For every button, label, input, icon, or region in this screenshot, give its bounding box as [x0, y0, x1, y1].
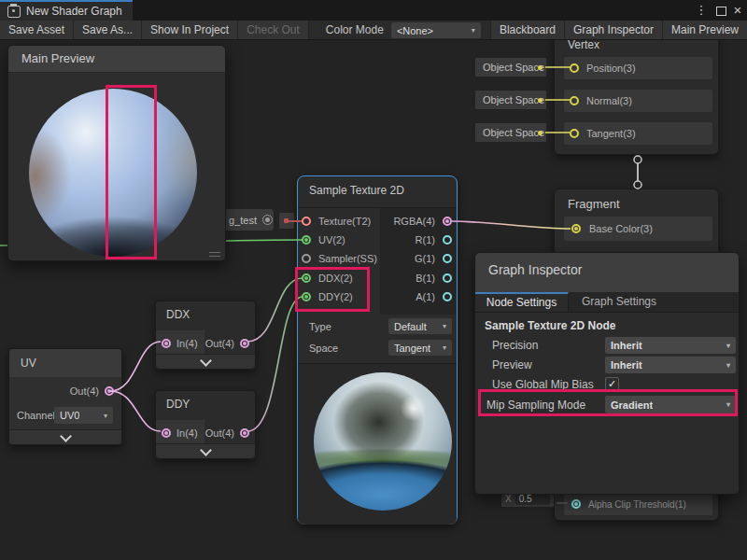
- rgba-port-icon[interactable]: [443, 217, 452, 226]
- space-dropdown[interactable]: Tangent ▾: [388, 340, 452, 356]
- ddy-port-icon[interactable]: [302, 292, 311, 301]
- mip-mode-dropdown[interactable]: Gradient ▾: [605, 396, 736, 413]
- object-space-label: Object Space: [483, 94, 544, 105]
- precision-dropdown[interactable]: Inherit ▾: [605, 337, 736, 354]
- ddy-out-port[interactable]: Out(4): [205, 420, 249, 445]
- channel-value: UV0: [60, 410, 79, 421]
- preview-dropdown[interactable]: Inherit ▾: [605, 357, 736, 373]
- preview-value: Inherit: [611, 359, 642, 371]
- uv-node[interactable]: UV Out(4) Channel UV0 ▾: [8, 348, 122, 445]
- save-asset-button[interactable]: Save Asset: [0, 21, 74, 39]
- channel-dropdown[interactable]: UV0 ▾: [54, 407, 113, 424]
- ddx-out-port[interactable]: Out(4): [205, 330, 249, 356]
- color-mode-dropdown[interactable]: <None> ▾: [391, 22, 481, 38]
- ddx-node[interactable]: DDX In(4) Out(4): [155, 301, 256, 370]
- vertex-port-normal[interactable]: Normal(3): [564, 90, 712, 112]
- normal-port-label: Normal(3): [586, 95, 632, 106]
- sample-port-rgba[interactable]: RGBA(4): [393, 216, 452, 227]
- ddx-port-icon[interactable]: [302, 273, 311, 283]
- chevron-down-icon: [200, 355, 212, 367]
- window-titlebar: New Shader Graph ⋮ ×: [0, 0, 747, 21]
- g-port-label: G(1): [415, 253, 435, 264]
- sample-port-r[interactable]: R(1): [416, 234, 452, 245]
- vertex-port-tangent[interactable]: Tangent(3): [564, 122, 712, 145]
- property-output-stub[interactable]: [278, 212, 295, 230]
- ddy-node[interactable]: DDY In(4) Out(4): [155, 390, 256, 459]
- fragment-port-alpha-clip[interactable]: Alpha Clip Threshold(1): [564, 493, 712, 515]
- in-port-icon[interactable]: [162, 339, 171, 348]
- alpha-clip-port-icon[interactable]: [571, 499, 581, 509]
- tab-node-settings[interactable]: Node Settings: [475, 292, 569, 312]
- sample-port-b[interactable]: B(1): [416, 273, 452, 284]
- sample-port-uv[interactable]: UV(2): [302, 234, 345, 245]
- type-dropdown[interactable]: Default ▾: [388, 318, 452, 334]
- space-label: Space: [309, 343, 338, 354]
- main-preview-panel[interactable]: Main Preview: [7, 45, 226, 261]
- in-port-icon[interactable]: [162, 428, 171, 438]
- inspector-heading: Sample Texture 2D Node: [485, 319, 615, 332]
- tangent-port-icon[interactable]: [570, 129, 579, 138]
- precision-value: Inherit: [611, 340, 642, 351]
- mip-mode-label: Mip Sampling Mode: [486, 399, 585, 412]
- resize-grip[interactable]: [209, 252, 220, 257]
- object-space-chip-position[interactable]: Object Space: [474, 57, 547, 77]
- object-space-chip-normal[interactable]: Object Space: [474, 90, 547, 110]
- object-space-output-icon[interactable]: [538, 98, 543, 103]
- fragment-port-base-color[interactable]: Base Color(3): [564, 217, 712, 241]
- out-port-icon[interactable]: [240, 428, 249, 438]
- exposed-property-icon: [262, 215, 273, 225]
- base-color-port-icon[interactable]: [571, 224, 581, 233]
- sample-port-sampler[interactable]: Sampler(SS): [302, 253, 377, 264]
- object-space-output-icon[interactable]: [538, 131, 543, 135]
- document-tab-title: New Shader Graph: [26, 5, 122, 18]
- sampler-port-icon[interactable]: [302, 254, 311, 263]
- ddx-collapse-button[interactable]: [156, 354, 255, 369]
- sample-texture-2d-node[interactable]: Sample Texture 2D Texture(T2) UV(2) Samp…: [297, 175, 458, 525]
- sample-port-texture[interactable]: Texture(T2): [302, 216, 371, 227]
- position-port-icon[interactable]: [570, 63, 579, 73]
- tab-graph-settings[interactable]: Graph Settings: [570, 292, 669, 312]
- r-port-icon[interactable]: [443, 235, 452, 245]
- texture-port-icon[interactable]: [302, 217, 311, 226]
- a-port-icon[interactable]: [443, 292, 452, 301]
- property-output-port-icon[interactable]: [284, 218, 289, 223]
- show-in-project-button[interactable]: Show In Project: [142, 21, 238, 39]
- channel-label: Channel: [17, 407, 54, 424]
- normal-port-icon[interactable]: [570, 96, 579, 105]
- sample-port-ddx[interactable]: DDX(2): [302, 273, 353, 284]
- window-close-button[interactable]: ×: [731, 0, 744, 21]
- vertex-port-position[interactable]: Position(3): [564, 57, 712, 79]
- graph-inspector-panel[interactable]: Graph Inspector Node Settings Graph Sett…: [474, 252, 740, 495]
- window-menu-button[interactable]: ⋮: [695, 0, 708, 21]
- sample-port-ddy[interactable]: DDY(2): [302, 291, 353, 302]
- uv-out-port[interactable]: Out(4): [70, 379, 114, 403]
- vertex-node[interactable]: Vertex Position(3) Normal(3) Tangent(3): [554, 32, 719, 155]
- ddy-in-port[interactable]: In(4): [156, 420, 204, 445]
- object-space-chip-tangent[interactable]: Object Space: [474, 122, 547, 143]
- blackboard-toggle-button[interactable]: Blackboard: [490, 21, 565, 39]
- ddx-in-port[interactable]: In(4): [156, 330, 204, 356]
- graph-inspector-title: Graph Inspector: [475, 253, 739, 292]
- texture-preview-sphere: [314, 372, 452, 511]
- out-port-icon[interactable]: [240, 339, 249, 348]
- main-preview-toggle-button[interactable]: Main Preview: [663, 21, 747, 39]
- window-maximize-button[interactable]: [716, 7, 726, 16]
- rgba-port-label: RGBA(4): [393, 216, 435, 227]
- float-axis-label: X: [505, 494, 512, 504]
- save-as-button[interactable]: Save As...: [74, 21, 142, 39]
- mip-bias-checkbox[interactable]: ✓: [605, 377, 619, 391]
- uv-collapse-button[interactable]: [9, 429, 121, 444]
- sample-port-g[interactable]: G(1): [415, 253, 452, 264]
- object-space-output-icon[interactable]: [538, 65, 543, 70]
- g-port-icon[interactable]: [443, 254, 452, 263]
- sample-port-a[interactable]: A(1): [416, 291, 452, 302]
- r-port-label: R(1): [416, 234, 435, 245]
- out-port-icon[interactable]: [105, 386, 114, 396]
- b-port-icon[interactable]: [443, 273, 452, 283]
- graph-inspector-toggle-button[interactable]: Graph Inspector: [565, 21, 663, 39]
- wire-rgba-to-basecolor[interactable]: [450, 221, 571, 229]
- uv-port-icon[interactable]: [302, 235, 311, 245]
- document-tab[interactable]: New Shader Graph: [0, 0, 133, 21]
- ddy-collapse-button[interactable]: [156, 443, 255, 458]
- uv-port-label: UV(2): [318, 234, 345, 245]
